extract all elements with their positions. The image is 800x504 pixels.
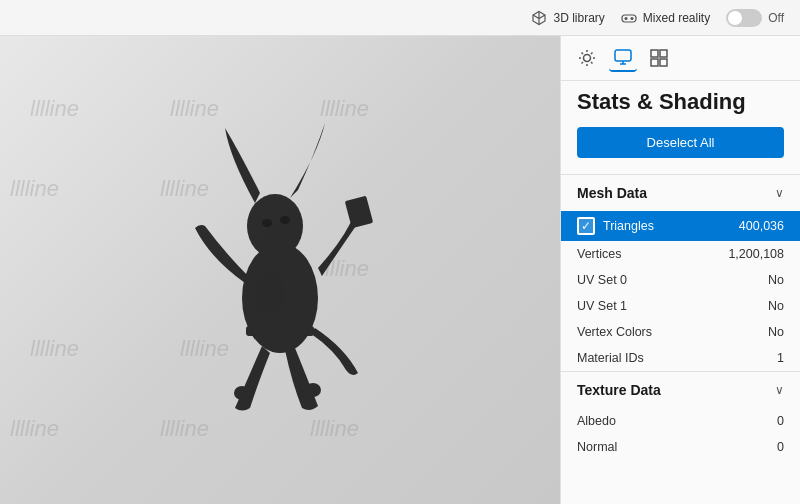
svg-point-9: [280, 216, 290, 224]
svg-rect-0: [622, 15, 636, 22]
panel-tabs: [561, 36, 800, 81]
toggle-container[interactable]: Off: [726, 9, 784, 27]
uv-set-0-row: UV Set 0 No: [561, 267, 800, 293]
right-panel: Stats & Shading Deselect All Mesh Data ∨…: [560, 36, 800, 504]
svg-point-4: [247, 194, 303, 258]
material-ids-label: Material IDs: [577, 351, 777, 365]
topbar: 3D library Mixed reality Off: [0, 0, 800, 36]
vertex-colors-row: Vertex Colors No: [561, 319, 800, 345]
texture-data-header[interactable]: Texture Data ∨: [561, 372, 800, 408]
svg-rect-28: [660, 59, 667, 66]
mesh-data-label: Mesh Data: [577, 185, 647, 201]
svg-rect-25: [651, 50, 658, 57]
uv-set-1-label: UV Set 1: [577, 299, 768, 313]
mixed-reality-label: Mixed reality: [643, 11, 710, 25]
svg-point-10: [266, 231, 286, 245]
vertices-value: 1,200,108: [728, 247, 784, 261]
mixed-reality-item[interactable]: Mixed reality: [621, 10, 710, 26]
main-area: lllline lllline lllline lllline lllline …: [0, 36, 800, 504]
uv-set-0-value: No: [768, 273, 784, 287]
mesh-data-chevron: ∨: [775, 186, 784, 200]
vertices-label: Vertices: [577, 247, 728, 261]
svg-point-7: [255, 273, 285, 313]
tab-grid[interactable]: [645, 44, 673, 72]
svg-line-20: [591, 53, 593, 55]
3d-library-label: 3D library: [553, 11, 604, 25]
vertex-colors-value: No: [768, 325, 784, 339]
svg-line-21: [582, 62, 584, 64]
texture-data-label: Texture Data: [577, 382, 661, 398]
watermark: lllline: [10, 176, 59, 202]
3d-library-item[interactable]: 3D library: [531, 10, 604, 26]
display-icon: [614, 48, 632, 66]
material-ids-row: Material IDs 1: [561, 345, 800, 371]
svg-line-18: [582, 53, 584, 55]
tab-sun[interactable]: [573, 44, 601, 72]
model-container: [170, 98, 390, 442]
svg-point-11: [234, 386, 250, 400]
mixed-reality-toggle[interactable]: [726, 9, 762, 27]
deselect-all-button[interactable]: Deselect All: [577, 127, 784, 158]
tab-display[interactable]: [609, 44, 637, 72]
uv-set-1-value: No: [768, 299, 784, 313]
viewport[interactable]: lllline lllline lllline lllline lllline …: [0, 36, 560, 504]
material-ids-value: 1: [777, 351, 784, 365]
svg-point-12: [305, 383, 321, 397]
albedo-label: Albedo: [577, 414, 777, 428]
watermark: lllline: [10, 416, 59, 442]
svg-rect-6: [246, 326, 314, 336]
svg-point-1: [624, 17, 627, 20]
sun-icon: [578, 49, 596, 67]
triangles-value: 400,036: [739, 219, 784, 233]
texture-data-chevron: ∨: [775, 383, 784, 397]
toggle-knob: [728, 11, 742, 25]
checkmark-icon: ✓: [581, 220, 591, 232]
watermark: lllline: [30, 336, 79, 362]
svg-line-19: [591, 62, 593, 64]
3d-model: [170, 98, 390, 438]
svg-rect-5: [345, 196, 373, 229]
svg-point-13: [584, 55, 591, 62]
triangles-label: Triangles: [603, 219, 739, 233]
toggle-off-label: Off: [768, 11, 784, 25]
vertices-row: Vertices 1,200,108: [561, 241, 800, 267]
mesh-data-section: Mesh Data ∨ ✓ Triangles 400,036 Vertices…: [561, 174, 800, 371]
watermark: lllline: [30, 96, 79, 122]
triangles-row[interactable]: ✓ Triangles 400,036: [561, 211, 800, 241]
svg-rect-27: [651, 59, 658, 66]
albedo-value: 0: [777, 414, 784, 428]
vertex-colors-label: Vertex Colors: [577, 325, 768, 339]
normal-row: Normal 0: [561, 434, 800, 460]
mesh-data-header[interactable]: Mesh Data ∨: [561, 175, 800, 211]
albedo-row: Albedo 0: [561, 408, 800, 434]
normal-label: Normal: [577, 440, 777, 454]
cube-icon: [531, 10, 547, 26]
uv-set-0-label: UV Set 0: [577, 273, 768, 287]
texture-data-section: Texture Data ∨ Albedo 0 Normal 0: [561, 371, 800, 460]
svg-point-2: [630, 17, 633, 20]
triangles-checkbox[interactable]: ✓: [577, 217, 595, 235]
normal-value: 0: [777, 440, 784, 454]
svg-rect-26: [660, 50, 667, 57]
svg-rect-22: [615, 50, 631, 61]
headset-icon: [621, 10, 637, 26]
svg-point-8: [262, 219, 272, 227]
uv-set-1-row: UV Set 1 No: [561, 293, 800, 319]
grid-icon: [650, 49, 668, 67]
panel-title: Stats & Shading: [561, 81, 800, 127]
